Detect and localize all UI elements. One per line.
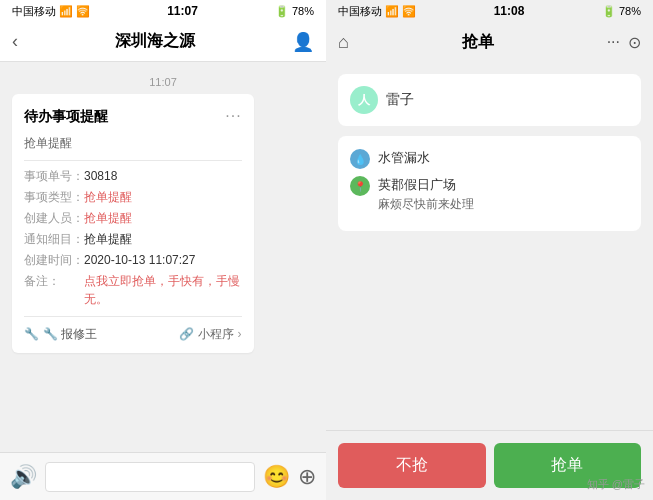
wifi-icon-right: 🛜 xyxy=(402,5,416,18)
right-nav-actions: ··· ⊙ xyxy=(607,33,641,52)
bubble-subtitle: 抢单提醒 xyxy=(24,134,242,152)
person-avatar: 人 xyxy=(350,86,378,114)
right-nav-bar: ⌂ 抢单 ··· ⊙ xyxy=(326,22,653,62)
field-label-2: 创建人员： xyxy=(24,209,84,227)
field-row-1: 事项类型： 抢单提醒 xyxy=(24,188,242,206)
right-phone: 中国移动 📶 🛜 11:08 🔋 78% ⌂ 抢单 ··· ⊙ 人 雷子 xyxy=(326,0,653,500)
info-row-location: 📍 英郡假日广场 麻烦尽快前来处理 xyxy=(350,175,629,213)
location-name: 英郡假日广场 xyxy=(378,175,629,195)
water-icon: 💧 xyxy=(350,149,370,169)
wifi-icon-left: 🛜 xyxy=(76,5,90,18)
person-name: 雷子 xyxy=(386,91,414,109)
left-status-bar: 中国移动 📶 🛜 11:07 🔋 78% xyxy=(0,0,326,22)
right-status-right: 🔋 78% xyxy=(602,5,641,18)
right-nav-title: 抢单 xyxy=(462,32,494,53)
field-row-2: 创建人员： 抢单提醒 xyxy=(24,209,242,227)
left-phone: 中国移动 📶 🛜 11:07 🔋 78% ‹ 深圳海之源 👤 11:07 待办事… xyxy=(0,0,326,500)
bubble-divider xyxy=(24,160,242,161)
watermark: 知乎 @雷子 xyxy=(587,477,645,492)
location-desc: 麻烦尽快前来处理 xyxy=(378,195,629,213)
footer-right[interactable]: 🔗 小程序 › xyxy=(179,325,242,343)
footer-right-text: 小程序 xyxy=(198,325,234,343)
more-button[interactable]: ··· xyxy=(607,33,620,51)
battery-icon-right: 🔋 xyxy=(602,5,616,18)
right-status-left: 中国移动 📶 🛜 xyxy=(338,4,416,19)
field-label-1: 事项类型： xyxy=(24,188,84,206)
field-value-1: 抢单提醒 xyxy=(84,188,242,206)
field-row-3: 通知细目： 抢单提醒 xyxy=(24,230,242,248)
water-title: 水管漏水 xyxy=(378,148,629,168)
voice-button[interactable]: 🔊 xyxy=(10,464,37,490)
field-label-5: 备注： xyxy=(24,272,84,308)
bubble-header: 待办事项提醒 ··· xyxy=(24,104,242,128)
field-value-5: 点我立即抢单，手快有，手慢无。 xyxy=(84,272,242,308)
right-status-bar: 中国移动 📶 🛜 11:08 🔋 78% xyxy=(326,0,653,22)
battery-icon-left: 🔋 xyxy=(275,5,289,18)
home-button[interactable]: ⌂ xyxy=(338,32,349,53)
battery-right: 78% xyxy=(619,5,641,17)
field-value-0: 30818 xyxy=(84,167,242,185)
chat-area: 11:07 待办事项提醒 ··· 抢单提醒 事项单号： 30818 事项类型： … xyxy=(0,62,326,452)
water-text: 水管漏水 xyxy=(378,148,629,168)
footer-left: 🔧 🔧 报修王 xyxy=(24,325,97,343)
bubble-dots: ··· xyxy=(225,104,241,128)
field-value-4: 2020-10-13 11:07:27 xyxy=(84,251,242,269)
left-status-left: 中国移动 📶 🛜 xyxy=(12,4,90,19)
info-card: 💧 水管漏水 📍 英郡假日广场 麻烦尽快前来处理 xyxy=(338,136,641,231)
signal-icon-right: 📶 xyxy=(385,5,399,18)
left-status-right: 🔋 78% xyxy=(275,5,314,18)
right-content: 人 雷子 💧 水管漏水 📍 英郡假日广场 麻烦尽快前来处理 xyxy=(326,62,653,430)
message-timestamp: 11:07 xyxy=(12,76,314,88)
profile-icon[interactable]: 👤 xyxy=(292,31,314,53)
field-label-3: 通知细目： xyxy=(24,230,84,248)
footer-left-text: 🔧 报修王 xyxy=(43,325,97,343)
field-value-3: 抢单提醒 xyxy=(84,230,242,248)
info-row-water: 💧 水管漏水 xyxy=(350,148,629,169)
avatar-icon: 人 xyxy=(358,92,370,109)
reject-button[interactable]: 不抢 xyxy=(338,443,486,488)
battery-left: 78% xyxy=(292,5,314,17)
field-label-0: 事项单号： xyxy=(24,167,84,185)
signal-icon-left: 📶 xyxy=(59,5,73,18)
message-bubble: 待办事项提醒 ··· 抢单提醒 事项单号： 30818 事项类型： 抢单提醒 创… xyxy=(12,94,254,353)
bubble-footer: 🔧 🔧 报修王 🔗 小程序 › xyxy=(24,316,242,343)
left-nav-title: 深圳海之源 xyxy=(115,31,195,52)
time-right: 11:08 xyxy=(494,4,525,18)
circle-button[interactable]: ⊙ xyxy=(628,33,641,52)
field-row-4: 创建时间： 2020-10-13 11:07:27 xyxy=(24,251,242,269)
field-row-0: 事项单号： 30818 xyxy=(24,167,242,185)
carrier-right: 中国移动 xyxy=(338,4,382,19)
footer-arrow: › xyxy=(238,325,242,343)
emoji-button[interactable]: 😊 xyxy=(263,464,290,490)
location-text: 英郡假日广场 麻烦尽快前来处理 xyxy=(378,175,629,213)
left-nav-bar: ‹ 深圳海之源 👤 xyxy=(0,22,326,62)
field-value-2: 抢单提醒 xyxy=(84,209,242,227)
field-row-5: 备注： 点我立即抢单，手快有，手慢无。 xyxy=(24,272,242,308)
time-left: 11:07 xyxy=(167,4,198,18)
back-button[interactable]: ‹ xyxy=(12,31,18,52)
person-row: 人 雷子 xyxy=(350,86,629,114)
location-icon: 📍 xyxy=(350,176,370,196)
person-card: 人 雷子 xyxy=(338,74,641,126)
repair-icon: 🔧 xyxy=(24,325,39,343)
input-bar: 🔊 😊 ⊕ xyxy=(0,452,326,500)
field-label-4: 创建时间： xyxy=(24,251,84,269)
message-input[interactable] xyxy=(45,462,255,492)
miniapp-icon: 🔗 xyxy=(179,325,194,343)
carrier-left: 中国移动 xyxy=(12,4,56,19)
plus-button[interactable]: ⊕ xyxy=(298,464,316,490)
bubble-title: 待办事项提醒 xyxy=(24,106,108,127)
